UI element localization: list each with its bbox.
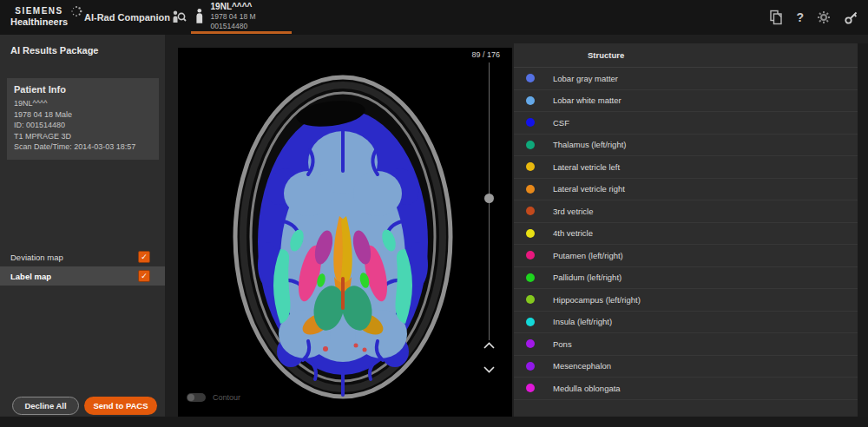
patient-info-lines: 19NL^^^^1978 04 18 MaleID: 001514480T1 M… <box>14 98 153 153</box>
structure-panel-header: Structure <box>514 43 858 68</box>
brand-line1: SIEMENS <box>10 5 68 16</box>
structure-color-dot <box>526 251 535 259</box>
structure-label: Lobar white matter <box>553 95 621 105</box>
help-icon[interactable]: ? <box>796 10 804 24</box>
structure-label: Medulla oblongata <box>553 384 621 393</box>
structure-color-dot <box>526 362 535 371</box>
structure-row[interactable]: Medulla oblongata <box>514 378 858 400</box>
structure-label: Lateral vetricle left <box>553 162 620 172</box>
structure-row[interactable]: Pons <box>514 333 858 356</box>
patient-info-title: Patient Info <box>14 84 153 95</box>
structure-label: 4th vetricle <box>553 228 593 238</box>
contour-toggle-knob <box>187 394 194 401</box>
structure-row[interactable]: Hippocampus (left/right) <box>514 289 858 312</box>
structure-row[interactable]: Lateral vetricle left <box>514 156 858 179</box>
structure-color-dot <box>526 273 535 282</box>
structure-row[interactable]: 4th vetricle <box>514 223 858 246</box>
structure-color-dot <box>526 207 535 215</box>
patient-tab-name: 19NL^^^^ <box>211 1 292 12</box>
structure-row[interactable]: Lobar gray matter <box>514 68 858 90</box>
document-icon[interactable] <box>769 10 783 25</box>
structure-color-dot <box>526 295 535 304</box>
ai-rad-companion-window: SIEMENS Healthineers AI-Rad Companion <box>0 0 868 427</box>
label-map-row[interactable]: Label map ✓ <box>0 266 165 286</box>
app-title: AI-Rad Companion <box>84 12 170 23</box>
structure-color-dot <box>526 318 535 326</box>
brand-line2: Healthineers <box>10 16 68 28</box>
structure-row[interactable]: Lobar white matter <box>514 90 858 113</box>
structure-color-dot <box>526 118 535 127</box>
structure-label: Putamen (left/right) <box>553 251 623 260</box>
ai-results-sidebar: AI Results Package Patient Info 19NL^^^^… <box>0 35 165 417</box>
siemens-healthineers-logo: SIEMENS Healthineers <box>10 5 82 28</box>
structure-panel: Structure Lobar gray matter Lobar white … <box>514 43 858 417</box>
structure-row[interactable]: Pallidum (left/right) <box>514 267 858 290</box>
structure-row[interactable]: Lateral vetricle right <box>514 179 858 201</box>
sidebar-title: AI Results Package <box>10 45 99 56</box>
structure-color-dot <box>526 384 535 392</box>
structure-color-dot <box>526 339 535 348</box>
settings-gear-icon[interactable] <box>817 10 831 24</box>
contour-label: Contour <box>213 393 240 402</box>
brain-mri-image[interactable] <box>178 48 512 417</box>
deviation-map-label: Deviation map <box>10 253 63 262</box>
structure-label: Pons <box>553 339 572 349</box>
patient-info-line: T1 MPRAGE 3D <box>14 131 153 142</box>
patient-tab-details: 1978 04 18 M 001514480 <box>211 12 292 31</box>
healthineers-starburst-icon <box>70 5 82 17</box>
send-to-pacs-button[interactable]: Send to PACS <box>84 397 157 415</box>
label-map-label: Label map <box>10 272 51 281</box>
slice-indicator: 89 / 176 <box>471 50 500 59</box>
structure-color-dot <box>526 96 535 105</box>
patient-info-line: ID: 001514480 <box>14 120 153 131</box>
patient-info-line: Scan Date/Time: 2014-03-03 18:57 <box>14 141 153 153</box>
sidebar-footer: Decline All Send to PACS <box>0 397 165 417</box>
structure-color-dot <box>526 141 535 149</box>
key-icon[interactable] <box>844 10 859 25</box>
deviation-map-checkbox[interactable]: ✓ <box>138 251 150 263</box>
contour-control: Contour <box>187 393 240 402</box>
structure-list: Lobar gray matter Lobar white matter CSF… <box>514 68 858 400</box>
structure-color-dot <box>526 185 535 194</box>
structure-label: Insula (left/right) <box>553 317 612 326</box>
patient-info-line: 1978 04 18 Male <box>14 109 153 121</box>
structure-label: 3rd vetricle <box>553 207 593 216</box>
structure-label: Lobar gray matter <box>553 74 618 83</box>
deviation-map-row[interactable]: Deviation map ✓ <box>0 248 165 266</box>
patient-info-card: Patient Info 19NL^^^^1978 04 18 MaleID: … <box>7 78 159 160</box>
top-bar: SIEMENS Healthineers AI-Rad Companion <box>0 0 868 35</box>
structure-row[interactable]: Putamen (left/right) <box>514 245 858 267</box>
bottom-strip <box>0 417 868 427</box>
contour-toggle[interactable] <box>187 393 206 402</box>
structure-row[interactable]: Mesencephalon <box>514 356 858 378</box>
structure-label: Hippocampus (left/right) <box>553 295 641 305</box>
structure-row[interactable]: Thalamus (left/right) <box>514 135 858 157</box>
patient-tab[interactable]: 19NL^^^^ 1978 04 18 M 001514480 <box>191 0 292 32</box>
slice-up-arrow[interactable] <box>483 342 495 349</box>
slice-down-arrow[interactable] <box>483 366 495 373</box>
slice-slider-handle[interactable] <box>484 194 494 203</box>
patient-search-icon[interactable] <box>170 9 187 26</box>
active-tab-underline <box>191 31 292 34</box>
patient-info-line: 19NL^^^^ <box>14 98 153 109</box>
patient-icon <box>194 8 205 24</box>
structure-color-dot <box>526 74 535 82</box>
structure-row[interactable]: CSF <box>514 112 858 135</box>
structure-row[interactable]: 3rd vetricle <box>514 200 858 223</box>
top-right-toolbar: ? <box>769 0 859 35</box>
structure-label: Mesencephalon <box>553 361 611 371</box>
mri-viewer[interactable]: 89 / 176 Contour <box>178 48 512 417</box>
structure-color-dot <box>526 162 535 171</box>
structure-label: Thalamus (left/right) <box>553 140 626 149</box>
decline-all-button[interactable]: Decline All <box>12 397 79 415</box>
structure-color-dot <box>526 229 535 238</box>
structure-row[interactable]: Insula (left/right) <box>514 312 858 334</box>
label-map-checkbox[interactable]: ✓ <box>138 270 150 282</box>
structure-panel-gutter[interactable] <box>858 43 868 417</box>
structure-label: CSF <box>553 118 569 128</box>
structure-label: Lateral vetricle right <box>553 184 625 194</box>
structure-label: Pallidum (left/right) <box>553 273 621 282</box>
